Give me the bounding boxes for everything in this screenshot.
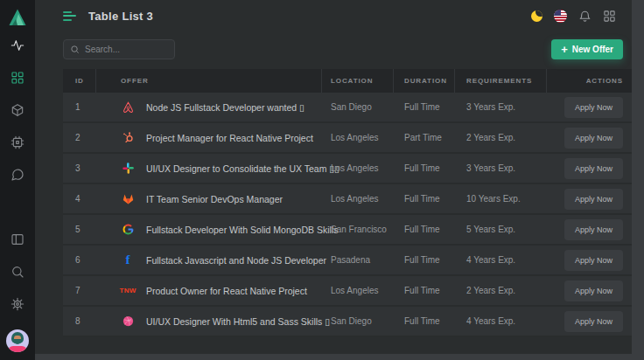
offers-table: ID OFFER LOCATION DURATION REQUIREMENTS …	[63, 69, 632, 337]
new-offer-button[interactable]: + New Offer	[551, 39, 623, 59]
column-header-actions: ACTIONS	[547, 69, 632, 93]
google-icon	[121, 223, 135, 237]
table-row: 1 Node JS Fullstack Developer wanted ▯ S…	[63, 93, 632, 123]
search-input[interactable]	[85, 45, 168, 54]
apply-now-button[interactable]: Apply Now	[564, 280, 623, 301]
row-requirements: 3 Years Exp.	[455, 163, 547, 173]
moon-icon[interactable]	[531, 10, 542, 22]
airbnb-icon	[121, 100, 135, 114]
row-id: 7	[63, 286, 96, 295]
offer-title: UI/UX Designer With Html5 and Sass Skill…	[146, 316, 330, 327]
facebook-icon: f	[121, 253, 135, 267]
apps-grid-icon	[603, 10, 616, 23]
apply-now-button[interactable]: Apply Now	[564, 128, 623, 149]
user-avatar[interactable]	[6, 329, 29, 352]
sidebar	[0, 0, 35, 360]
apps-menu-button[interactable]	[603, 10, 616, 23]
tnw-icon: TNW	[121, 284, 135, 298]
table-row: 5 Fullstack Developer With Solid MongoDB…	[63, 215, 632, 246]
row-location: Los Angeles	[322, 163, 394, 173]
vertical-scrollbar-track[interactable]	[632, 0, 644, 360]
sidebar-item-products[interactable]	[10, 103, 24, 117]
row-id: 3	[63, 163, 96, 173]
offer-title: Product Owner for React Native Project	[146, 286, 307, 296]
row-id: 2	[63, 133, 96, 142]
table-row: 7 TNW Product Owner for React Native Pro…	[63, 276, 632, 307]
hubspot-icon	[121, 131, 135, 145]
main-area: Table List 3 +	[35, 0, 632, 360]
apply-now-button[interactable]: Apply Now	[564, 219, 623, 240]
activity-icon	[10, 38, 24, 52]
column-header-id: ID	[63, 69, 96, 93]
sidebar-item-dashboard[interactable]	[10, 71, 24, 85]
row-location: Los Angeles	[322, 286, 394, 295]
gitlab-icon	[121, 192, 135, 206]
row-requirements: 3 Years Exp.	[455, 102, 547, 112]
sidebar-item-settings[interactable]	[10, 297, 24, 311]
dribbble-icon	[121, 315, 135, 329]
table-body: 1 Node JS Fullstack Developer wanted ▯ S…	[63, 93, 632, 337]
offer-title: UI/UX Designer to Consolidate the UX Tea…	[146, 163, 340, 174]
row-id: 5	[63, 225, 96, 234]
table-header-row: ID OFFER LOCATION DURATION REQUIREMENTS …	[63, 69, 632, 93]
row-duration: Full Time	[394, 163, 455, 173]
row-location: San Francisco	[322, 225, 394, 234]
row-duration: Full Time	[394, 316, 455, 326]
us-flag-icon[interactable]	[554, 10, 567, 23]
menu-toggle-icon[interactable]	[63, 11, 76, 21]
apply-now-button[interactable]: Apply Now	[564, 311, 623, 332]
sidebar-item-messages[interactable]	[10, 168, 24, 182]
notifications-button[interactable]	[578, 10, 592, 23]
triangle-logo-icon	[7, 7, 28, 28]
sidebar-item-activity[interactable]	[10, 38, 24, 52]
row-location: Los Angeles	[322, 194, 394, 204]
sidebar-item-layout[interactable]	[10, 232, 24, 246]
sidebar-item-system[interactable]	[10, 135, 24, 149]
plus-icon: +	[561, 44, 568, 55]
chat-bubble-icon	[10, 168, 24, 182]
search-box[interactable]	[63, 39, 175, 59]
slack-icon	[121, 162, 135, 176]
topbar-actions	[531, 10, 616, 23]
column-header-requirements: REQUIREMENTS	[455, 69, 547, 93]
row-location: San Diego	[322, 102, 394, 112]
row-duration: Full Time	[394, 194, 455, 204]
table-row: 4 IT Team Senior DevOps Manager Los Ange…	[63, 184, 632, 215]
horizontal-scrollbar-track[interactable]	[35, 354, 632, 360]
sidebar-item-search[interactable]	[10, 265, 24, 279]
offer-title: Fullstack Javascript and Node JS Develop…	[146, 255, 326, 266]
apply-now-button[interactable]: Apply Now	[564, 158, 623, 179]
table-row: 2 Project Manager for React Native Proje…	[63, 123, 632, 154]
avatar-beard	[13, 339, 22, 344]
row-location: San Diego	[322, 316, 394, 326]
apply-now-button[interactable]: Apply Now	[564, 97, 623, 118]
apply-now-button[interactable]: Apply Now	[564, 250, 623, 271]
row-duration: Full Time	[394, 255, 455, 265]
row-requirements: 2 Years Exp.	[455, 286, 547, 295]
offer-title: IT Team Senior DevOps Manager	[146, 194, 283, 204]
app-logo[interactable]	[7, 7, 28, 28]
row-id: 8	[63, 316, 96, 326]
column-header-location: LOCATION	[322, 69, 394, 93]
row-id: 4	[63, 194, 96, 204]
row-duration: Full Time	[394, 225, 455, 234]
table-row: 3 UI/UX Designer to Consolidate the UX T…	[63, 154, 632, 184]
column-header-duration: DURATION	[394, 69, 455, 93]
row-duration: Full Time	[394, 102, 455, 112]
apply-now-button[interactable]: Apply Now	[564, 189, 623, 210]
page-title: Table List 3	[88, 10, 153, 23]
row-duration: Full Time	[394, 286, 455, 295]
row-requirements: 4 Years Exp.	[455, 255, 547, 265]
row-duration: Part Time	[394, 133, 455, 142]
avatar-shirt	[8, 346, 27, 352]
topbar: Table List 3	[35, 0, 632, 31]
row-id: 6	[63, 255, 96, 265]
offer-title: Project Manager for React Native Project	[146, 133, 313, 143]
gear-icon	[10, 297, 24, 311]
table-row: 6 f Fullstack Javascript and Node JS Dev…	[63, 246, 632, 276]
offer-title: Node JS Fullstack Developer wanted ▯	[146, 102, 304, 113]
new-offer-label: New Offer	[572, 45, 613, 54]
search-icon	[70, 45, 80, 54]
search-icon	[10, 265, 24, 279]
column-header-offer: OFFER	[96, 69, 322, 93]
